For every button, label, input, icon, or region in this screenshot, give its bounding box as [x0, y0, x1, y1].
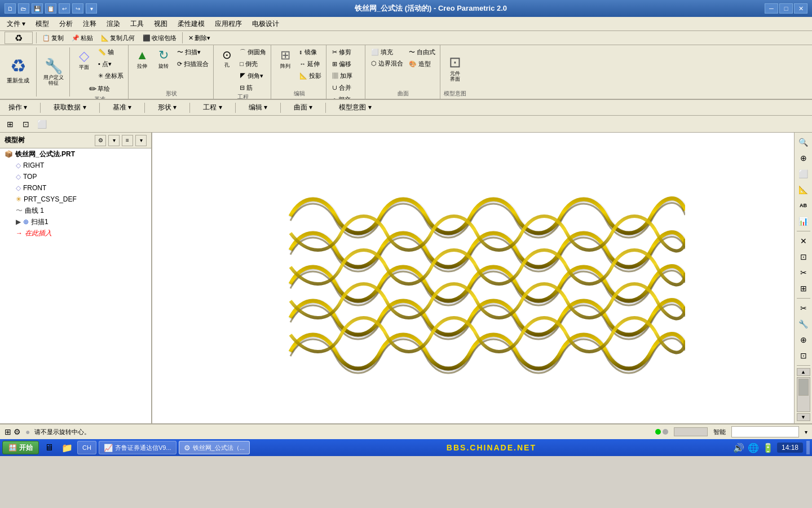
tray-icon-3[interactable]: 🔋	[762, 443, 774, 453]
rotate-button[interactable]: ↻ 旋转	[153, 46, 174, 72]
plane-button[interactable]: ◇ 平面	[73, 46, 95, 81]
sec-btn-1[interactable]: ⊞	[3, 117, 17, 131]
minimize-button[interactable]: ─	[765, 3, 778, 14]
open-icon[interactable]: 🗁	[18, 3, 29, 14]
extend-button[interactable]: ↔ 延伸	[297, 58, 324, 69]
zoom-in-button[interactable]: ⊕	[796, 151, 811, 165]
add-view-button[interactable]: ⊞	[796, 281, 811, 296]
close-view-button[interactable]: ✕	[796, 234, 811, 248]
tree-item-csys[interactable]: ✳ PRT_CSYS_DEF	[0, 194, 151, 205]
freeform-button[interactable]: 〜 自由式	[407, 46, 438, 58]
menu-annotation[interactable]: 注释	[78, 18, 101, 30]
tree-item-root[interactable]: 📦 铁丝网_公式法.PRT	[0, 148, 151, 160]
menu-analysis[interactable]: 分析	[55, 18, 77, 30]
smart-input[interactable]	[731, 426, 799, 437]
menu-tools[interactable]: 工具	[126, 18, 148, 30]
offset-button[interactable]: ⊞ 偏移	[330, 58, 363, 69]
scroll-down-button[interactable]: ▼	[797, 413, 810, 421]
zoom-fit-button[interactable]: 🔍	[796, 135, 811, 150]
taskbar-icon-1[interactable]: 🖥	[41, 441, 57, 454]
new-icon[interactable]: 🗋	[5, 3, 16, 14]
sec-btn-2[interactable]: ⊡	[19, 117, 33, 131]
thicken-button[interactable]: ▥ 加厚	[330, 70, 363, 81]
section-engineering[interactable]: 工程 ▾	[199, 101, 226, 114]
rib-button[interactable]: ⊟ 筋	[237, 82, 268, 93]
grass-button[interactable]: ✏ 草绘	[86, 82, 113, 95]
settings-status-icon[interactable]: ⚙	[14, 427, 21, 436]
scissors2-button[interactable]: ✂	[796, 301, 811, 316]
sweep-button[interactable]: 〜 扫描▾	[175, 46, 211, 58]
user-defined-button[interactable]: 🔧 用户定义特征	[39, 45, 68, 99]
scroll-thumb[interactable]	[798, 379, 809, 396]
menu-model[interactable]: 模型	[31, 18, 54, 30]
copy-icon[interactable]: 📋	[45, 3, 56, 14]
mix-sweep-button[interactable]: ⟳ 扫描混合	[175, 58, 211, 69]
components-button[interactable]: ⊡ 元件界面	[447, 52, 463, 84]
tree-expand-icon[interactable]: ≡	[122, 135, 133, 146]
tree-item-sweep[interactable]: ▶ ⊕ 扫描1	[0, 216, 151, 227]
coord-button[interactable]: ✳ 坐标系	[96, 70, 126, 81]
tree-settings-icon[interactable]: ⚙	[95, 135, 106, 146]
more-icon[interactable]: ▾	[86, 3, 97, 14]
tree-menu-icon[interactable]: ▾	[135, 135, 147, 146]
dropdown-arrow[interactable]: ▾	[805, 429, 807, 435]
chart-button[interactable]: 📊	[796, 214, 811, 229]
taskbar-app-stock[interactable]: 📈 齐鲁证券通达信V9...	[99, 441, 176, 454]
section-operations[interactable]: 操作 ▾	[5, 101, 31, 114]
shell-button[interactable]: □ 倒壳	[237, 58, 268, 69]
boundary-blend-button[interactable]: ⬡ 边界混合	[369, 58, 405, 69]
grid-button[interactable]: ⊡	[796, 249, 811, 264]
shrink-button[interactable]: ⬛ 收缩包络	[140, 33, 179, 43]
paste-button-small[interactable]: 📌 粘贴	[69, 33, 95, 43]
trim-button[interactable]: ✂ 修剪	[330, 46, 363, 58]
round-button[interactable]: ⌒ 倒圆角	[237, 46, 268, 58]
cut-button[interactable]: ✂	[796, 265, 811, 280]
taskbar-app-ch[interactable]: CH	[77, 441, 96, 454]
settings-view-button[interactable]: 🔧	[796, 317, 811, 331]
menu-application[interactable]: 应用程序	[210, 18, 246, 30]
hole-button[interactable]: ⊙ 孔	[217, 46, 236, 71]
menu-electrode[interactable]: 电极设计	[248, 18, 284, 30]
close-button[interactable]: ✕	[794, 3, 807, 14]
sec-btn-3[interactable]: ⬜	[35, 117, 48, 131]
save-icon[interactable]: 💾	[32, 3, 43, 14]
text-button[interactable]: AB	[796, 198, 811, 213]
axis-button[interactable]: 📏 轴	[96, 46, 126, 58]
pull-button[interactable]: ▲ 拉伸	[132, 46, 152, 72]
point-button[interactable]: • 点▾	[96, 58, 126, 69]
section-shape[interactable]: 形状 ▾	[154, 101, 180, 114]
menu-view[interactable]: 视图	[149, 18, 172, 30]
menu-flexible[interactable]: 柔性建模	[173, 18, 209, 30]
tree-item-top[interactable]: ◇ TOP	[0, 171, 151, 182]
layers-button[interactable]: ⊡	[796, 348, 811, 363]
grid-status-icon[interactable]: ⊞	[5, 427, 11, 436]
project-button[interactable]: 📐 投影	[297, 70, 324, 81]
taskbar-icon-2[interactable]: 📁	[59, 441, 75, 454]
window-controls[interactable]: ─ □ ✕	[765, 3, 807, 14]
section-datum[interactable]: 基准 ▾	[109, 101, 135, 114]
merge-button[interactable]: ∪ 合并	[330, 82, 363, 93]
regenerate-large-button[interactable]: ♻ 重新生成	[2, 45, 34, 95]
tree-filter-icon[interactable]: ▾	[108, 135, 120, 146]
delete-button[interactable]: ✕ 删除▾	[186, 33, 213, 43]
regenerate-button[interactable]: ♻	[5, 32, 33, 44]
section-edit[interactable]: 编辑 ▾	[245, 101, 271, 114]
redo-icon[interactable]: ↪	[72, 3, 83, 14]
undo-icon[interactable]: ↩	[59, 3, 70, 14]
chamfer-button[interactable]: ◤ 倒角▾	[237, 70, 268, 81]
start-button[interactable]: 🪟 开始	[2, 441, 39, 454]
pattern-button[interactable]: ⊞ 阵列	[275, 46, 296, 72]
tree-item-curve[interactable]: 〜 曲线 1	[0, 205, 151, 216]
view-button[interactable]: 📐	[796, 182, 811, 197]
taskbar-app-creo[interactable]: ⚙ 铁丝网_公式法（...	[179, 441, 250, 454]
tree-item-right[interactable]: ◇ RIGHT	[0, 160, 151, 171]
menu-render[interactable]: 渲染	[102, 18, 125, 30]
section-get-data[interactable]: 获取数据 ▾	[50, 101, 90, 114]
title-bar-icons[interactable]: 🗋 🗁 💾 📋 ↩ ↪ ▾	[5, 3, 97, 14]
tray-icon-1[interactable]: 🔊	[733, 443, 744, 453]
mirror-button[interactable]: ⫾ 镜像	[297, 46, 324, 58]
tree-item-insert[interactable]: → 在此插入	[0, 227, 151, 239]
fill-button[interactable]: ⬜ 填充	[369, 46, 405, 58]
style-button[interactable]: 🎨 造型	[407, 58, 438, 69]
intersect-button[interactable]: ∩ 相交	[330, 94, 363, 99]
